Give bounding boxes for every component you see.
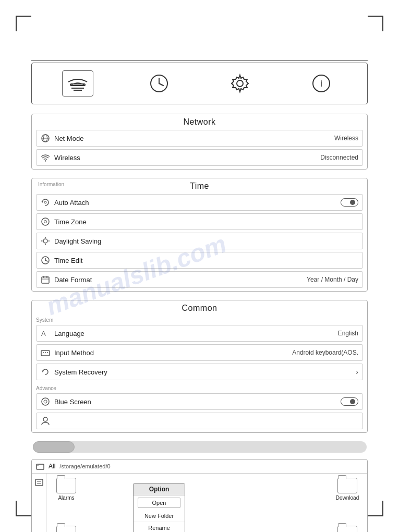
- language-left: A Language: [41, 329, 84, 338]
- corner-top-left: [16, 16, 31, 31]
- auto-attach-toggle[interactable]: [341, 198, 358, 207]
- blue-screen-left: Blue Screen: [41, 397, 91, 406]
- corner-top-right: [368, 16, 383, 31]
- svg-rect-39: [37, 481, 41, 482]
- settings-nav-icon: [229, 73, 250, 94]
- time-edit-left: Time Edit: [41, 256, 82, 265]
- wireless-value: Disconnected: [320, 154, 358, 161]
- svg-rect-25: [42, 277, 49, 283]
- svg-point-16: [43, 239, 47, 243]
- svg-point-35: [44, 400, 47, 403]
- scrollbar-track[interactable]: [33, 441, 367, 453]
- clock-nav-icon: [149, 73, 170, 94]
- top-divider: [31, 60, 368, 61]
- system-label: System: [32, 315, 367, 324]
- folder-alarms-icon: [56, 478, 76, 493]
- corner-bottom-right: [368, 501, 383, 516]
- language-value: English: [338, 330, 358, 337]
- netmode-label: Net Mode: [54, 135, 83, 142]
- blue-screen-toggle[interactable]: [341, 397, 358, 406]
- system-recovery-left: System Recovery: [41, 367, 107, 377]
- time-edit-label: Time Edit: [54, 257, 82, 264]
- wireless-left: Wireless: [41, 153, 80, 162]
- daylight-left: Daylight Saving: [41, 236, 101, 246]
- svg-point-31: [43, 352, 44, 353]
- netmode-row[interactable]: Net Mode Wireless: [36, 130, 363, 147]
- svg-point-34: [42, 398, 49, 405]
- time-panel: Information Time Auto Attach: [31, 178, 368, 292]
- blue-screen-row[interactable]: Blue Screen: [36, 393, 363, 410]
- auto-attach-row[interactable]: Auto Attach: [36, 194, 363, 211]
- daylight-saving-row[interactable]: Daylight Saving: [36, 233, 363, 249]
- nav-clock[interactable]: [143, 70, 175, 96]
- svg-point-12: [45, 160, 46, 161]
- input-method-row[interactable]: Input Method Android keyboard(AOS.: [36, 344, 363, 361]
- file-sidebar: [32, 474, 46, 532]
- nav-wifi[interactable]: [62, 70, 93, 96]
- date-format-value: Year / Month / Day: [307, 276, 358, 283]
- date-format-label: Date Format: [54, 276, 92, 284]
- network-title: Network: [32, 114, 367, 129]
- auto-attach-label: Auto Attach: [54, 199, 89, 207]
- option-title: Option: [134, 483, 185, 495]
- svg-text:A: A: [41, 330, 46, 337]
- timezone-left: Time Zone: [41, 217, 87, 226]
- globe-icon: [41, 134, 50, 143]
- nav-settings[interactable]: [224, 70, 256, 96]
- language-row[interactable]: A Language English: [36, 325, 363, 342]
- timezone-label: Time Zone: [54, 218, 87, 226]
- svg-point-33: [47, 352, 48, 353]
- file-manager-panel: All /storage/emulated/0 A: [31, 459, 368, 532]
- svg-point-36: [43, 417, 47, 421]
- time-subtitle: Information: [38, 182, 64, 187]
- bluescreen-icon: [41, 397, 50, 406]
- blue-screen-toggle-knob: [350, 399, 355, 404]
- folder-alarms[interactable]: Alarms: [51, 478, 82, 519]
- svg-rect-38: [35, 479, 43, 486]
- file-sidebar-icon: [34, 478, 44, 487]
- svg-text:i: i: [320, 78, 322, 89]
- input-method-left: Input Method: [41, 348, 94, 357]
- file-all-label: All: [49, 463, 55, 470]
- file-grid: Alarms Option Open New Folder Rename Del…: [46, 474, 367, 532]
- icon-nav-bar: i: [31, 63, 368, 104]
- toggle-knob: [350, 200, 355, 205]
- system-recovery-row[interactable]: System Recovery ›: [36, 364, 363, 380]
- recovery-icon: [41, 367, 50, 377]
- folder-movies-icon: [56, 526, 76, 532]
- auto-attach-left: Auto Attach: [41, 198, 89, 207]
- file-folders: Alarms Option Open New Folder Rename Del…: [51, 478, 363, 532]
- folder-download[interactable]: Download: [332, 478, 363, 519]
- nav-info[interactable]: i: [306, 70, 337, 96]
- folder-pictures[interactable]: Pictures: [332, 526, 363, 532]
- input-method-label: Input Method: [54, 349, 94, 357]
- open-button[interactable]: Open: [138, 498, 180, 508]
- folder-alarms-label: Alarms: [58, 495, 74, 501]
- user-row[interactable]: [36, 413, 363, 429]
- folder-movies[interactable]: Movies: [51, 526, 82, 532]
- netmode-left: Net Mode: [41, 134, 83, 143]
- file-header: All /storage/emulated/0: [32, 460, 367, 474]
- rename-item[interactable]: Rename: [134, 522, 185, 532]
- common-title: Common: [32, 300, 367, 315]
- wireless-row[interactable]: Wireless Disconnected: [36, 149, 363, 166]
- input-icon: [41, 348, 50, 357]
- folder-download-icon: [337, 478, 357, 493]
- time-edit-row[interactable]: Time Edit: [36, 252, 363, 269]
- time-title: Time: [32, 178, 367, 193]
- advance-label: Advance: [32, 383, 367, 392]
- svg-point-6: [237, 80, 243, 87]
- file-path: /storage/emulated/0: [59, 463, 110, 469]
- daylight-label: Daylight Saving: [54, 237, 101, 245]
- date-format-row[interactable]: Date Format Year / Month / Day: [36, 271, 363, 288]
- netmode-value: Wireless: [334, 135, 358, 142]
- input-method-value: Android keyboard(AOS.: [292, 349, 358, 356]
- scrollbar-thumb[interactable]: [33, 441, 75, 453]
- dateformat-icon: [41, 275, 50, 284]
- timeedit-icon: [41, 256, 50, 265]
- timezone-row[interactable]: Time Zone: [36, 213, 363, 230]
- new-folder-item[interactable]: New Folder: [134, 510, 185, 522]
- system-recovery-label: System Recovery: [54, 368, 107, 376]
- file-body: Alarms Option Open New Folder Rename Del…: [32, 474, 367, 532]
- timezone-icon: [41, 217, 50, 226]
